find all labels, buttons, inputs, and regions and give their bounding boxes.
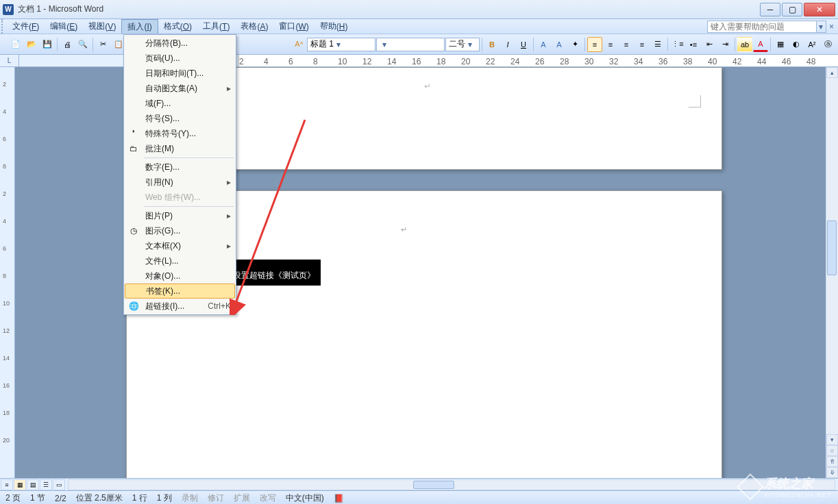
status-page[interactable]: 2 页 — [5, 492, 21, 504]
scroll-up-button[interactable]: ▴ — [826, 67, 838, 78]
menu-table[interactable]: 表格(A) — [235, 19, 273, 34]
size-selector[interactable]: 二号▾ — [445, 38, 480, 51]
status-section[interactable]: 1 节 — [30, 492, 45, 504]
horizontal-ruler[interactable]: 2468101214161820222426283032343638404244… — [238, 55, 838, 66]
menu-format[interactable]: 格式(O) — [158, 19, 197, 34]
menu-window[interactable]: 窗口(W) — [273, 19, 314, 34]
menu-item[interactable]: 🌐超链接(I)...Ctrl+K — [125, 299, 235, 314]
phonetic-button[interactable]: ⓐ — [820, 37, 835, 52]
status-pages[interactable]: 2/2 — [55, 494, 66, 503]
app-icon: W — [3, 4, 14, 15]
menu-edit[interactable]: 编辑(E) — [45, 19, 83, 34]
close-button[interactable]: ✕ — [804, 3, 835, 16]
menu-item[interactable]: 页码(U)... — [125, 51, 235, 66]
menu-item-label: 超链接(I)... — [145, 301, 208, 312]
menu-file[interactable]: 文件(F) — [7, 19, 45, 34]
toolbar-grip[interactable] — [1, 19, 5, 34]
distribute-button[interactable]: ☰ — [650, 37, 665, 52]
scroll-thumb[interactable] — [827, 220, 837, 275]
menu-insert[interactable]: 插入(I) — [121, 19, 158, 34]
cut-button[interactable]: ✂ — [95, 37, 110, 52]
superscript-button[interactable]: A² — [804, 37, 819, 52]
italic-button[interactable]: I — [500, 37, 515, 52]
browse-object-button[interactable]: ○ — [826, 445, 838, 456]
char-shading-button[interactable]: ◐ — [789, 37, 804, 52]
menu-tools[interactable]: 工具(T) — [197, 19, 235, 34]
menu-item[interactable]: 文件(L)... — [125, 253, 235, 268]
font-selector[interactable]: ▾ — [376, 38, 445, 51]
status-revision[interactable]: 修订 — [208, 492, 224, 504]
align-justify-button[interactable]: ≡ — [634, 37, 650, 52]
font-color-shrink[interactable]: A — [552, 37, 567, 52]
menu-item-label: 引用(N) — [145, 177, 227, 188]
menu-item[interactable]: 书签(K)... — [125, 284, 235, 299]
vertical-ruler[interactable]: 24682468101214161820 — [0, 67, 15, 478]
maximize-button[interactable]: ▢ — [782, 3, 802, 16]
menu-help[interactable]: 帮助(H) — [315, 19, 354, 34]
print-preview-button[interactable]: 🔍 — [75, 37, 90, 52]
align-center-button[interactable]: ≡ — [603, 37, 618, 52]
style-selector[interactable]: 标题 1▾ — [307, 38, 375, 51]
normal-view-button[interactable]: ≡ — [1, 479, 13, 490]
menu-item-label: 图片(P) — [145, 210, 227, 222]
menu-item[interactable]: 自动图文集(A)▸ — [125, 81, 235, 96]
menu-item[interactable]: 图片(P)▸ — [125, 208, 235, 223]
text-effects[interactable]: ✦ — [567, 37, 582, 52]
status-column[interactable]: 1 列 — [157, 492, 172, 504]
format-painter-button[interactable]: Aᵃ — [291, 37, 306, 52]
menu-item[interactable]: ◷图示(G)... — [125, 223, 235, 238]
decrease-indent-button[interactable]: ⇤ — [702, 37, 717, 52]
menu-item[interactable]: 引用(N)▸ — [125, 175, 235, 190]
open-button[interactable]: 📂 — [24, 37, 39, 52]
menu-item[interactable]: 日期和时间(T)... — [125, 66, 235, 81]
blank-icon — [126, 81, 141, 95]
hscroll-thumb[interactable] — [413, 481, 454, 489]
help-search-input[interactable] — [707, 21, 817, 33]
highlight-button[interactable]: ab — [737, 37, 752, 52]
new-doc-button[interactable]: 📄 — [8, 37, 23, 52]
blank-icon — [126, 254, 141, 268]
horizontal-scrollbar[interactable] — [68, 479, 835, 490]
align-left-button[interactable]: ≡ — [587, 37, 602, 52]
menu-item[interactable]: 分隔符(B)... — [125, 36, 235, 51]
outline-view-button[interactable]: ☰ — [40, 479, 52, 490]
status-extend[interactable]: 扩展 — [234, 492, 250, 504]
ruler-corner[interactable]: L — [0, 55, 19, 66]
minimize-button[interactable]: ─ — [760, 3, 780, 16]
help-search-dropdown[interactable]: ▾ — [817, 21, 826, 33]
menu-item[interactable]: ❜特殊符号(Y)... — [125, 126, 235, 141]
status-overwrite[interactable]: 改写 — [260, 492, 276, 504]
web-view-button[interactable]: ▦ — [14, 479, 26, 490]
menu-view[interactable]: 视图(V) — [83, 19, 121, 34]
menu-item[interactable]: 对象(O)... — [125, 268, 235, 284]
menu-item[interactable]: 域(F)... — [125, 96, 235, 111]
print-view-button[interactable]: ▤ — [27, 479, 39, 490]
font-color-grow[interactable]: A — [536, 37, 551, 52]
menu-item[interactable]: 数字(E)... — [125, 160, 235, 175]
vertical-scrollbar[interactable]: ▴ ▾ ○ ⤊ ⤋ — [826, 67, 838, 478]
align-right-button[interactable]: ≡ — [619, 37, 634, 52]
prev-page-button[interactable]: ⤊ — [826, 456, 838, 467]
status-language[interactable]: 中文(中国) — [286, 492, 324, 504]
font-color-button[interactable]: A — [753, 37, 768, 52]
reading-view-button[interactable]: ▭ — [53, 479, 65, 490]
status-position[interactable]: 位置 2.5厘米 — [76, 492, 123, 504]
menu-item[interactable]: 符号(S)... — [125, 111, 235, 126]
increase-indent-button[interactable]: ⇥ — [717, 37, 732, 52]
status-line[interactable]: 1 行 — [132, 492, 147, 504]
status-spellcheck-icon[interactable]: 📕 — [334, 494, 344, 503]
save-button[interactable]: 💾 — [40, 37, 55, 52]
bold-button[interactable]: B — [484, 37, 500, 52]
menu-item[interactable]: 🗀批注(M) — [125, 141, 235, 156]
numbering-button[interactable]: ⋮≡ — [670, 37, 685, 52]
status-record[interactable]: 录制 — [182, 492, 198, 504]
scroll-down-button[interactable]: ▾ — [826, 434, 838, 445]
print-button[interactable]: 🖨 — [60, 37, 75, 52]
menubar-close[interactable]: × — [826, 19, 837, 34]
underline-button[interactable]: U — [516, 37, 531, 52]
menu-item[interactable]: Web 组件(W)... — [125, 190, 235, 205]
comment-icon: 🗀 — [126, 142, 141, 155]
bullets-button[interactable]: •≡ — [686, 37, 701, 52]
char-border-button[interactable]: ▦ — [773, 37, 788, 52]
menu-item[interactable]: 文本框(X)▸ — [125, 238, 235, 253]
